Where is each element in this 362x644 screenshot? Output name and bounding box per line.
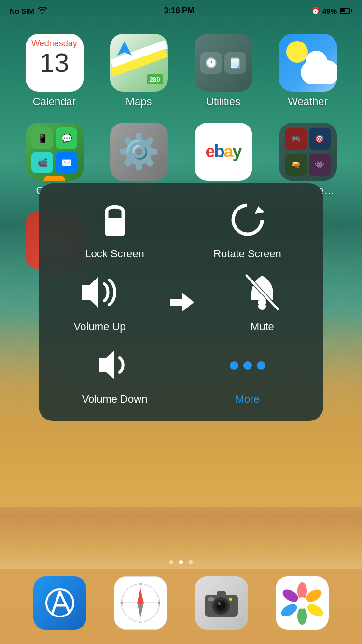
lock-screen-icon — [93, 198, 137, 241]
doodle-sub-2: 🎯 — [309, 128, 331, 150]
maps-icon: 280 — [110, 34, 168, 92]
svg-rect-28 — [217, 591, 226, 596]
svg-marker-3 — [255, 206, 265, 214]
mute-icon — [240, 271, 284, 314]
more-button[interactable]: More — [207, 344, 289, 406]
dock-appstore[interactable] — [33, 576, 86, 630]
svg-marker-0 — [117, 41, 132, 56]
comms-icon: 📱 💬 📹 ✉️ S — [26, 123, 84, 181]
page-dots — [0, 560, 362, 564]
status-left: No SIM — [10, 7, 47, 15]
svg-text:S: S — [139, 620, 142, 624]
svg-text:E: E — [158, 601, 160, 604]
control-menu: Lock Screen Rotate Screen Volume Up — [39, 183, 323, 421]
control-row-2: Volume Up Mute — [48, 271, 314, 334]
appstore-icon — [33, 576, 86, 630]
alarm-icon: ⏰ — [311, 7, 320, 14]
lock-screen-label: Lock Screen — [85, 247, 144, 261]
mail-sub: ✉️ — [56, 152, 77, 173]
camera-icon — [195, 576, 248, 630]
battery-percentage: 49% — [322, 7, 337, 15]
app-calendar[interactable]: Wednesday 13 Calendar — [14, 34, 94, 108]
lock-screen-button[interactable]: Lock Screen — [74, 198, 156, 261]
clock-sub-icon: 🕐 — [200, 52, 222, 74]
photos-icon — [276, 576, 329, 630]
page-dot-1 — [169, 560, 173, 564]
svg-point-29 — [229, 598, 232, 601]
volume-down-label: Volume Down — [82, 392, 148, 406]
svg-point-30 — [297, 582, 307, 600]
rotate-screen-label: Rotate Screen — [213, 247, 281, 261]
calendar-icon: Wednesday 13 — [26, 34, 84, 92]
cloud-icon — [301, 60, 337, 84]
more-label: More — [235, 393, 259, 406]
volume-up-icon — [78, 271, 122, 314]
calendar-day: 13 — [40, 50, 69, 76]
notes-sub-icon: 🗒️ — [224, 52, 246, 74]
status-right: ⏰ 49% — [311, 7, 352, 15]
control-row-1: Lock Screen Rotate Screen — [48, 198, 314, 261]
mute-label: Mute — [251, 320, 274, 334]
dot-1 — [230, 361, 238, 370]
mute-button[interactable]: Mute — [221, 271, 303, 334]
ebay-logo: ebay — [205, 141, 241, 162]
sun-icon — [286, 41, 308, 63]
svg-marker-4 — [82, 277, 98, 308]
status-bar: No SIM 3:16 PM ⏰ 49% — [0, 0, 362, 21]
s-sub: S — [43, 176, 65, 181]
dock-safari[interactable]: N S W E — [114, 576, 167, 630]
carrier-label: No SIM — [10, 7, 34, 15]
app-utilities[interactable]: 🕐 🗒️ Utilities — [183, 34, 263, 108]
dock: N S W E — [0, 569, 362, 644]
rotate-screen-button[interactable]: Rotate Screen — [207, 198, 289, 261]
utilities-icon: 🕐 🗒️ — [195, 34, 252, 92]
dock-camera[interactable] — [195, 576, 248, 630]
dot-2 — [243, 361, 252, 370]
phone-sub: 📱 — [31, 127, 53, 149]
svg-marker-10 — [99, 350, 114, 379]
message-sub: 💬 — [56, 127, 77, 149]
svg-point-7 — [258, 302, 266, 310]
battery-icon — [340, 8, 352, 14]
svg-point-32 — [306, 602, 324, 618]
doodle-sub-3: 🔫 — [285, 154, 307, 176]
calendar-label: Calendar — [33, 96, 76, 108]
volume-up-label: Volume Up — [74, 320, 126, 334]
maps-label: Maps — [126, 96, 152, 108]
app-weather[interactable]: Weather — [268, 34, 348, 108]
weather-label: Weather — [288, 96, 328, 108]
calendar-month: Wednesday — [26, 39, 84, 49]
settings-icon: ⚙️ — [110, 123, 168, 181]
center-arrow — [162, 290, 200, 314]
svg-rect-27 — [208, 597, 214, 601]
svg-point-36 — [296, 597, 308, 609]
facetime-sub: 📹 — [31, 152, 53, 173]
safari-icon: N S W E — [114, 576, 167, 630]
utilities-label: Utilities — [206, 96, 240, 108]
rotate-screen-icon — [226, 198, 269, 241]
page-dot-3 — [189, 560, 193, 564]
app-maps[interactable]: 280 Maps — [99, 34, 179, 108]
gear-icon: ⚙️ — [118, 132, 160, 171]
doodle-sub-1: 🎮 — [285, 128, 307, 150]
svg-point-26 — [218, 602, 221, 605]
svg-rect-1 — [105, 218, 125, 236]
dot-3 — [257, 361, 265, 370]
dock-photos[interactable] — [276, 576, 329, 630]
volume-up-button[interactable]: Volume Up — [59, 271, 141, 334]
svg-point-25 — [217, 602, 225, 610]
volume-down-icon — [93, 343, 137, 387]
time-display: 3:16 PM — [164, 6, 194, 15]
svg-text:N: N — [139, 582, 142, 586]
doodle-sub-4: 👾 — [309, 154, 331, 176]
svg-text:W: W — [120, 601, 124, 604]
control-row-3: Volume Down More — [48, 343, 314, 406]
doodle-icon: 🎮 🎯 🔫 👾 — [279, 123, 337, 181]
ebay-icon: ebay — [195, 123, 252, 181]
volume-down-button[interactable]: Volume Down — [74, 343, 156, 406]
weather-icon — [279, 34, 337, 92]
svg-point-34 — [280, 602, 299, 618]
svg-marker-5 — [170, 293, 194, 312]
page-dot-2 — [179, 560, 183, 564]
svg-point-33 — [297, 607, 307, 625]
